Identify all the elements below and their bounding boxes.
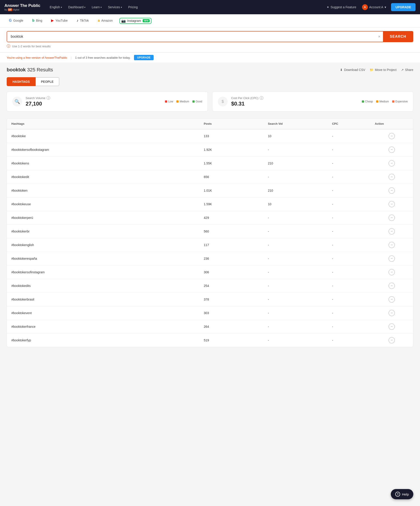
download-csv-button[interactable]: ⬇ Download CSV bbox=[340, 68, 365, 72]
cell-action: − bbox=[370, 211, 413, 225]
tab-tiktok[interactable]: ♪ TikTok bbox=[74, 14, 91, 27]
search-hint: ⓘ Use 1-2 words for best results bbox=[7, 44, 413, 49]
col-header-searchvol: Search Vol bbox=[263, 119, 328, 129]
remove-button[interactable]: − bbox=[388, 228, 395, 234]
tab-instagram[interactable]: 📷 Instagram NEW bbox=[119, 18, 151, 24]
cell-action: − bbox=[370, 306, 413, 320]
remove-button[interactable]: − bbox=[388, 201, 395, 207]
remove-button[interactable]: − bbox=[388, 324, 395, 330]
cell-posts: 429 bbox=[199, 211, 263, 225]
legend-expensive: Expensive bbox=[392, 100, 408, 103]
table-row: #booktokedit 656 - - − bbox=[7, 170, 413, 184]
tab-people[interactable]: PEOPLE bbox=[36, 77, 59, 86]
cell-searchvol: 210 bbox=[263, 184, 328, 197]
cell-action: − bbox=[370, 320, 413, 333]
cell-action: − bbox=[370, 157, 413, 170]
cell-posts: 303 bbox=[199, 306, 263, 320]
sparkle-icon: ✦ bbox=[327, 5, 329, 9]
remove-button[interactable]: − bbox=[388, 215, 395, 221]
legend-cheap: Cheap bbox=[362, 100, 373, 103]
medium-cpc-dot bbox=[376, 100, 378, 103]
cell-posts: 254 bbox=[199, 279, 263, 293]
search-bar: × SEARCH bbox=[7, 31, 413, 42]
low-dot bbox=[165, 100, 167, 103]
bing-icon: b bbox=[32, 19, 34, 23]
share-icon: ↗ bbox=[401, 68, 404, 72]
cell-posts: 560 bbox=[199, 225, 263, 238]
col-header-action: Action bbox=[370, 119, 413, 129]
remove-button[interactable]: − bbox=[388, 187, 395, 194]
brand-logo[interactable]: Answer The Public by NP digital bbox=[5, 3, 40, 11]
table-row: #booktokedits 254 - - − bbox=[7, 279, 413, 293]
results-count: 325 Results bbox=[27, 67, 53, 73]
remove-button[interactable]: − bbox=[388, 310, 395, 316]
remove-button[interactable]: − bbox=[388, 174, 395, 180]
metric-cpc: $ Cost Per Click (CPC) i $0.31 Cheap Med… bbox=[212, 92, 413, 112]
cell-action: − bbox=[370, 129, 413, 143]
cpc-info: Cost Per Click (CPC) i $0.31 bbox=[231, 96, 358, 107]
cell-action: − bbox=[370, 170, 413, 184]
nav-language[interactable]: English ▾ bbox=[47, 4, 65, 11]
remove-button[interactable]: − bbox=[388, 269, 395, 275]
search-volume-value: 27,100 bbox=[26, 101, 161, 107]
tab-google[interactable]: G Google bbox=[7, 14, 26, 27]
remove-button[interactable]: − bbox=[388, 133, 395, 139]
share-button[interactable]: ↗ Share bbox=[401, 68, 413, 72]
tab-amazon[interactable]: a Amazon bbox=[95, 14, 115, 27]
remove-button[interactable]: − bbox=[388, 160, 395, 166]
cell-hashtag: #booktokevent bbox=[7, 306, 199, 320]
cell-searchvol: - bbox=[263, 225, 328, 238]
search-button[interactable]: SEARCH bbox=[383, 32, 413, 42]
download-icon: ⬇ bbox=[340, 68, 343, 72]
free-banner: You're using a free version of AnswerThe… bbox=[0, 53, 420, 62]
table-row: #booktokerfyp 519 - - − bbox=[7, 333, 413, 347]
search-input[interactable] bbox=[7, 32, 375, 42]
cell-action: − bbox=[370, 184, 413, 197]
cell-action: − bbox=[370, 143, 413, 157]
remove-button[interactable]: − bbox=[388, 242, 395, 248]
cpc-icon: $ bbox=[218, 97, 228, 107]
metric-search-volume: 🔍 Search Volume i 27,100 Low Medium bbox=[7, 92, 208, 112]
google-icon: G bbox=[9, 19, 12, 23]
legend-medium: Medium bbox=[176, 100, 189, 103]
col-header-cpc: CPC bbox=[328, 119, 370, 129]
brand-sub: by NP digital bbox=[5, 8, 19, 11]
clear-icon[interactable]: × bbox=[375, 34, 383, 39]
upgrade-banner-button[interactable]: UPGRADE bbox=[134, 55, 154, 60]
nav-dashboard[interactable]: Dashboard ▾ bbox=[66, 4, 88, 11]
info-icon: ⓘ bbox=[7, 44, 10, 49]
nav-pricing[interactable]: Pricing bbox=[125, 4, 140, 11]
suggest-feature-link[interactable]: ✦ Suggest a Feature bbox=[323, 4, 359, 11]
account-menu[interactable]: A Account A ▾ bbox=[359, 2, 389, 12]
upgrade-button[interactable]: UPGRADE bbox=[391, 3, 415, 11]
remove-button[interactable]: − bbox=[388, 146, 395, 153]
cell-hashtag: #booktokens bbox=[7, 157, 199, 170]
remove-button[interactable]: − bbox=[388, 255, 395, 262]
remove-button[interactable]: − bbox=[388, 337, 395, 343]
chevron-down-icon: ▾ bbox=[385, 5, 386, 9]
remove-button[interactable]: − bbox=[388, 283, 395, 289]
cell-posts: 236 bbox=[199, 252, 263, 266]
tab-bing[interactable]: b Bing bbox=[30, 14, 45, 27]
tab-hashtags[interactable]: HASHTAGS bbox=[7, 77, 36, 86]
cell-action: − bbox=[370, 197, 413, 211]
cell-posts: 1.59K bbox=[199, 197, 263, 211]
remove-button[interactable]: − bbox=[388, 296, 395, 303]
info-icon[interactable]: i bbox=[260, 96, 263, 100]
move-to-project-button[interactable]: 📁 Move to Project bbox=[370, 68, 396, 72]
cell-cpc: - bbox=[328, 184, 370, 197]
cheap-dot bbox=[362, 100, 364, 103]
cell-cpc: - bbox=[328, 143, 370, 157]
nav-learn[interactable]: Learn ▾ bbox=[89, 4, 104, 11]
table-row: #booktokersofbookstagram 1.92K - - − bbox=[7, 143, 413, 157]
cell-searchvol: - bbox=[263, 306, 328, 320]
cell-posts: 117 bbox=[199, 238, 263, 252]
cell-cpc: - bbox=[328, 279, 370, 293]
free-text: You're using a free version of AnswerThe… bbox=[7, 56, 67, 59]
cell-searchvol: - bbox=[263, 170, 328, 184]
nav-services[interactable]: Services ▾ bbox=[105, 4, 125, 11]
results-header: booktok 325 Results ⬇ Download CSV 📁 Mov… bbox=[7, 67, 413, 73]
info-icon[interactable]: i bbox=[46, 96, 50, 100]
tab-youtube[interactable]: ▶ YouTube bbox=[49, 14, 70, 27]
cell-cpc: - bbox=[328, 170, 370, 184]
